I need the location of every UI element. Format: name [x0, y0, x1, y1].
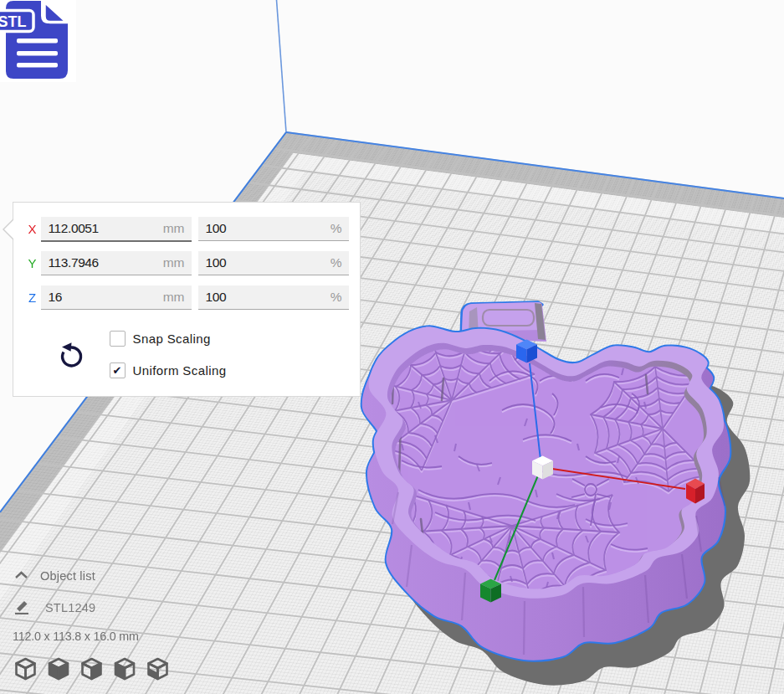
svg-text:STL: STL: [0, 13, 27, 30]
